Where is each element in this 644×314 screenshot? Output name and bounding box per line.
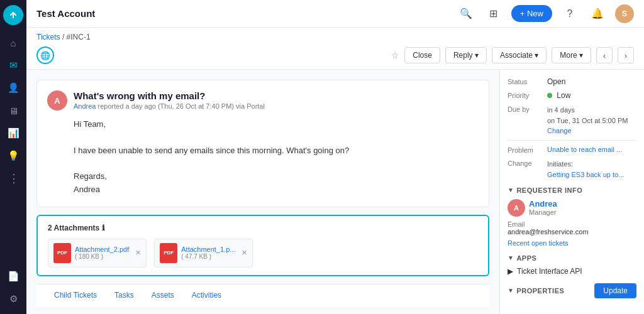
tab-assets[interactable]: Assets [144,284,182,307]
nav-solutions-icon[interactable]: 💡 [3,146,23,166]
priority-row: Priority Low [508,91,636,100]
nav-settings-icon[interactable]: ⚙ [3,289,23,309]
problem-value[interactable]: Unable to reach email ... [547,146,622,153]
star-icon[interactable]: ☆ [391,50,399,60]
new-button[interactable]: + New [511,5,552,22]
left-nav: ⌂ ✉ 👤 🖥 📊 💡 ⋮ 📄 ⚙ [0,0,26,314]
nav-contacts-icon[interactable]: 👤 [3,78,23,98]
priority-label: Priority [508,91,542,99]
attachment-item: PDF Attachment_1.p... ( 47.7 KB ) ✕ [154,239,253,268]
recent-tickets-link[interactable]: Recent open tickets [508,239,636,247]
attachments-title: 2 Attachments ℹ [48,224,478,232]
main-area: Test Account 🔍 ⊞ + New ? 🔔 S Tickets / #… [26,0,644,314]
reply-button[interactable]: Reply ▾ [445,47,487,63]
requester-name[interactable]: Andrea [529,199,557,208]
requester-email: andrea@freshservice.com [508,228,636,236]
more-button[interactable]: More ▾ [552,47,591,63]
nav-ticket-icon[interactable]: ✉ [3,55,23,75]
apps-section-header: ▼ APPS [508,254,636,262]
nav-analytics-icon[interactable]: 📊 [3,123,23,143]
change-detail[interactable]: Getting ES3 back up to... [547,171,624,178]
properties-section: ▼ PROPERTIES Update [508,283,636,298]
attachments-info-icon: ℹ [102,224,105,232]
priority-dot [547,93,552,98]
status-row: Status Open [508,77,636,86]
app-logo[interactable] [3,5,23,25]
attachments-list: PDF Attachment_2.pdf ( 180 KB ) ✕ PDF At… [48,239,478,268]
attachment-name-2[interactable]: Attachment_1.p... [181,246,235,253]
tab-child-tickets[interactable]: Child Tickets [47,284,104,307]
ticket-body: Hi Team, I have been unable to send any … [47,118,479,197]
email-label: Email [508,220,636,228]
search-button[interactable]: 🔍 [456,4,476,24]
requester-section-header: ▼ REQUESTER INFO [508,187,636,194]
requester-role: Manager [529,208,557,216]
breadcrumb-tickets-link[interactable]: Tickets [36,33,60,41]
ticket-reported-time: reported a day ago (Thu, 26 Oct at 7:40 … [98,102,265,110]
ticket-reporter-link[interactable]: Andrea [74,102,96,110]
ticket-interface-api-item[interactable]: ▶ Ticket Interface API [508,267,636,276]
ticket-tabs: Child Tickets Tasks Assets Activities [36,284,489,307]
attachment-size-2: ( 47.7 KB ) [181,253,235,260]
attachment-size: ( 180 KB ) [75,253,129,260]
attachment-name[interactable]: Attachment_2.pdf [75,246,129,253]
update-button[interactable]: Update [594,283,636,298]
divider-1 [508,140,636,141]
apps-triangle-icon: ▼ [508,254,514,261]
attachment-close-icon[interactable]: ✕ [135,249,141,257]
ticket-subject: What's wrong with my email? [74,90,265,101]
requester-avatar: A [508,199,525,217]
problem-label: Problem [508,146,542,154]
close-button[interactable]: Close [404,47,440,63]
tab-activities[interactable]: Activities [184,284,229,307]
requester-identity: A Andrea Manager [508,199,636,217]
nav-more-icon[interactable]: ⋮ [3,168,23,188]
due-by-value: in 4 days on Tue, 31 Oct at 5:00 PM [547,105,628,126]
calendar-button[interactable]: ⊞ [484,4,504,24]
attachment-close-icon-2[interactable]: ✕ [242,249,247,257]
status-value: Open [547,77,565,86]
nav-assets-icon[interactable]: 🖥 [3,100,23,121]
ticket-toolbar: 🌐 ☆ Close Reply ▾ Associate ▾ More ▾ ‹ › [26,41,644,70]
breadcrumb-ticket-id: #INC-1 [67,33,91,41]
help-button[interactable]: ? [560,4,580,24]
ticket-right-panel: Status Open Priority Low Due by in 4 day… [499,70,644,314]
globe-button[interactable]: 🌐 [36,46,54,64]
breadcrumb: Tickets / #INC-1 [26,28,644,41]
properties-triangle-icon: ▼ [508,287,514,294]
prev-ticket-button[interactable]: ‹ [596,47,613,63]
tab-tasks[interactable]: Tasks [107,284,142,307]
notifications-button[interactable]: 🔔 [587,4,608,24]
requester-triangle-icon: ▼ [508,187,514,193]
properties-header: ▼ PROPERTIES Update [508,283,636,298]
pdf-icon-2: PDF [160,243,177,263]
ticket-left-panel: A What's wrong with my email? Andrea rep… [26,70,499,314]
change-label: Change [508,159,542,167]
ticket-main: A What's wrong with my email? Andrea rep… [26,70,644,314]
attachments-box: 2 Attachments ℹ PDF Attachment_2.pdf ( 1… [36,215,489,276]
status-label: Status [508,77,542,85]
problem-row: Problem Unable to reach email ... [508,146,636,154]
ticket-meta: Andrea reported a day ago (Thu, 26 Oct a… [74,102,265,110]
ticket-message: A What's wrong with my email? Andrea rep… [36,80,489,207]
app-title: Test Account [36,8,95,19]
change-initiates: Initiates: [547,159,624,170]
apps-triangle-right-icon: ▶ [508,267,513,276]
next-ticket-button[interactable]: › [618,47,634,63]
priority-value: Low [547,91,570,100]
top-header: Test Account 🔍 ⊞ + New ? 🔔 S [26,0,644,28]
nav-home-icon[interactable]: ⌂ [3,33,23,53]
nav-docs-icon[interactable]: 📄 [3,266,23,286]
change-due-link[interactable]: Change [547,127,572,134]
attachment-item: PDF Attachment_2.pdf ( 180 KB ) ✕ [48,239,147,268]
content-area: Tickets / #INC-1 🌐 ☆ Close Reply ▾ Assoc… [26,28,644,314]
user-avatar[interactable]: S [615,4,634,23]
due-by-row: Due by in 4 days on Tue, 31 Oct at 5:00 … [508,105,636,135]
pdf-icon: PDF [53,243,71,263]
change-row: Change Initiates: Getting ES3 back up to… [508,159,636,179]
ticket-message-header: A What's wrong with my email? Andrea rep… [47,90,479,111]
due-by-label: Due by [508,105,542,113]
associate-button[interactable]: Associate ▾ [492,47,547,63]
ticket-sender-avatar: A [47,90,67,111]
